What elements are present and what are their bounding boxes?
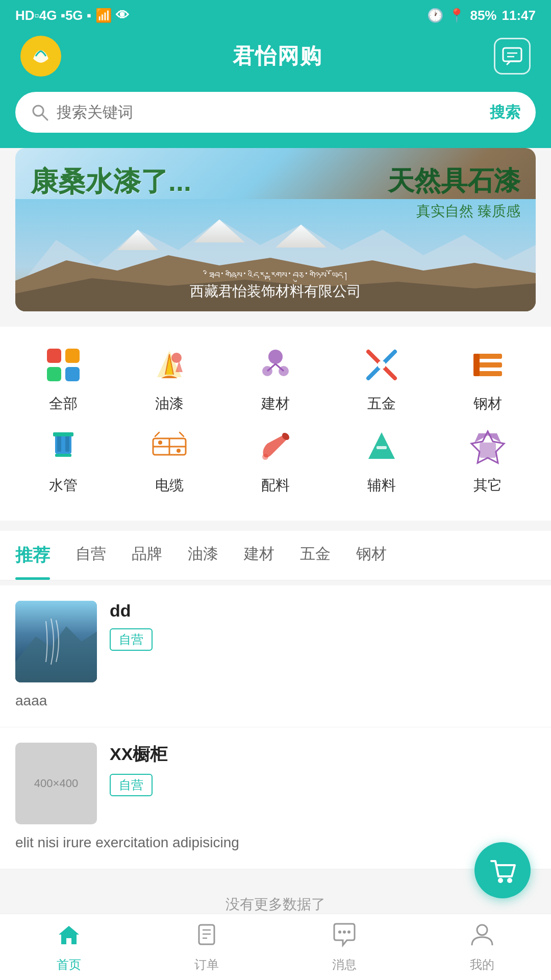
svg-point-40 (177, 449, 181, 453)
additive-label: 配料 (261, 476, 290, 495)
svg-rect-16 (65, 367, 80, 381)
building-icon (253, 342, 298, 388)
cable-icon (146, 424, 192, 470)
svg-point-19 (268, 350, 283, 364)
product-item[interactable]: dd 自营 aaaa (0, 585, 551, 727)
nav-message[interactable]: 消息 (276, 914, 413, 980)
product-row: dd 自营 (15, 601, 536, 682)
float-cart-button[interactable] (474, 842, 531, 898)
category-auxiliary[interactable]: 辅料 (336, 424, 428, 495)
status-eye: 👁 (116, 8, 129, 23)
svg-marker-43 (368, 432, 395, 459)
tab-paint[interactable]: 油漆 (188, 531, 218, 580)
tabs-bar: 推荐 自营 品牌 油漆 建材 五金 钢材 (0, 531, 551, 580)
paint-icon (146, 342, 192, 388)
status-clock: 🕐 (427, 8, 443, 23)
nav-mine[interactable]: 我的 (413, 914, 551, 980)
categories: 全部 油漆 (0, 327, 551, 521)
nav-home[interactable]: 首页 (0, 914, 138, 980)
svg-point-57 (477, 925, 487, 935)
product-info: dd 自营 (110, 601, 536, 651)
product-row: 400×400 XX橱柜 自营 (15, 743, 536, 824)
status-wifi: 📶 (95, 8, 112, 23)
category-paint[interactable]: 油漆 (123, 342, 215, 413)
status-network: HD▫4G ▪5G ▪ (15, 8, 91, 23)
search-icon (31, 103, 49, 121)
tab-building[interactable]: 建材 (244, 531, 274, 580)
message-nav-icon (332, 922, 357, 952)
category-row-1: 全部 油漆 (10, 342, 541, 413)
nav-order[interactable]: 订单 (138, 914, 276, 980)
category-other[interactable]: 其它 (442, 424, 534, 495)
svg-rect-33 (65, 435, 69, 452)
banner-text-left: 康桑水漆了... (31, 163, 191, 201)
status-time: 11:47 (502, 8, 536, 23)
banner-main-text: 天然具石漆 (388, 163, 520, 199)
paint-label: 油漆 (155, 394, 184, 413)
product-thumbnail (15, 601, 97, 682)
svg-rect-35 (55, 454, 71, 457)
category-building[interactable]: 建材 (230, 342, 321, 413)
product-item[interactable]: 400×400 XX橱柜 自营 elit nisi irure exercita… (0, 727, 551, 869)
all-icon (40, 342, 86, 388)
category-steel[interactable]: 钢材 (442, 342, 534, 413)
pipe-label: 水管 (49, 476, 78, 495)
waterfall-image (15, 601, 97, 682)
building-label: 建材 (261, 394, 290, 413)
status-battery: 85% (470, 8, 496, 23)
product-thumbnail: 400×400 (15, 743, 97, 824)
category-pipe[interactable]: 水管 (17, 424, 109, 495)
tab-hardware[interactable]: 五金 (300, 531, 331, 580)
steel-icon (465, 342, 511, 388)
svg-point-39 (158, 440, 162, 445)
steel-label: 钢材 (473, 394, 502, 413)
cable-label: 电缆 (155, 476, 184, 495)
home-label: 首页 (57, 957, 81, 973)
svg-rect-32 (57, 435, 61, 452)
search-input[interactable] (57, 104, 490, 121)
mine-label: 我的 (470, 957, 494, 973)
svg-rect-15 (47, 367, 61, 381)
category-additive[interactable]: 配料 (230, 424, 321, 495)
category-row-2: 水管 电缆 (10, 424, 541, 495)
product-desc: aaaa (15, 690, 536, 712)
pipe-icon (40, 424, 86, 470)
product-desc: elit nisi irure exercitation adipisicing (15, 832, 536, 853)
svg-point-55 (343, 930, 346, 934)
home-icon (56, 922, 82, 952)
banner[interactable]: 康桑水漆了... 天然具石漆 真实自然 臻质感 ་ཐིབ་གཞིས་འདིར་ར… (15, 148, 536, 311)
placeholder-image: 400×400 (15, 743, 97, 824)
svg-point-48 (498, 878, 503, 883)
svg-point-54 (338, 930, 341, 934)
svg-rect-30 (473, 354, 480, 376)
mine-icon (469, 922, 495, 952)
svg-rect-34 (53, 432, 73, 436)
other-label: 其它 (473, 476, 502, 495)
svg-point-18 (171, 353, 182, 363)
order-icon (194, 922, 219, 952)
category-hardware[interactable]: 五金 (336, 342, 428, 413)
status-left: HD▫4G ▪5G ▪ 📶 👁 (15, 8, 129, 23)
tab-brand[interactable]: 品牌 (132, 531, 162, 580)
status-bar: HD▫4G ▪5G ▪ 📶 👁 🕐 📍 85% 11:47 (0, 0, 551, 31)
tab-self[interactable]: 自营 (76, 531, 106, 580)
svg-point-42 (262, 454, 268, 460)
product-name: XX橱柜 (110, 743, 536, 766)
self-tag: 自营 (110, 628, 153, 651)
search-button[interactable]: 搜索 (490, 102, 520, 123)
svg-rect-45 (480, 443, 496, 458)
search-bar: 搜索 (0, 82, 551, 148)
app-logo (20, 36, 61, 77)
message-button[interactable] (494, 38, 531, 75)
svg-point-56 (347, 930, 350, 934)
category-all[interactable]: 全部 (17, 342, 109, 413)
svg-line-5 (42, 115, 47, 120)
category-cable[interactable]: 电缆 (123, 424, 215, 495)
svg-rect-44 (377, 446, 387, 449)
banner-text-right: 天然具石漆 真实自然 臻质感 (388, 163, 520, 221)
tab-recommend[interactable]: 推荐 (15, 531, 50, 580)
tab-steel[interactable]: 钢材 (356, 531, 387, 580)
status-right: 🕐 📍 85% 11:47 (427, 8, 536, 23)
svg-rect-1 (503, 48, 521, 61)
product-info: XX橱柜 自营 (110, 743, 536, 796)
